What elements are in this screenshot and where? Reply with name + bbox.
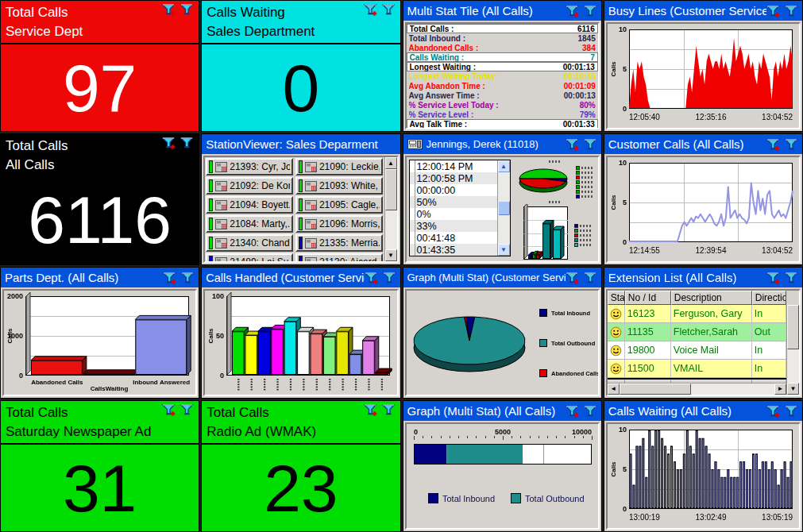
scroll-thumb[interactable] — [498, 201, 510, 215]
filter-icons[interactable] — [566, 272, 597, 284]
filter-icon[interactable] — [584, 5, 597, 17]
filter-add-icon[interactable] — [364, 3, 377, 16]
filter-add-icon[interactable] — [766, 405, 780, 418]
titlebar[interactable]: Multi Stat Tile (All Calls) — [403, 1, 601, 21]
station-button[interactable]: 21090: Leckie,... — [295, 158, 383, 175]
filter-icon[interactable] — [785, 405, 798, 418]
station-button[interactable]: 21092: De Kor... — [206, 177, 293, 195]
filter-icon[interactable] — [383, 272, 396, 284]
extension-vscrollbar[interactable]: ▼ — [786, 305, 799, 395]
filter-icons[interactable] — [163, 272, 195, 284]
extension-hscrollbar[interactable]: ◄ ► — [608, 383, 786, 395]
station-button[interactable]: 21094: Boyett... — [206, 196, 293, 214]
filter-icon[interactable] — [180, 3, 194, 16]
extension-row[interactable]: 19800Voice MailIn — [608, 341, 799, 360]
filter-icons[interactable] — [364, 3, 396, 16]
filter-icons[interactable] — [365, 272, 396, 284]
scroll-up-button[interactable]: ▲ — [498, 160, 510, 172]
tile-total-calls-service-dept[interactable]: Total Calls Service Dept 97 — [0, 0, 199, 132]
tile-multi-stat[interactable]: Multi Stat Tile (All Calls) Total Calls … — [403, 0, 602, 132]
extension-row[interactable]: 11135Fletcher,SarahOut — [608, 323, 799, 341]
station-button[interactable]: 21096: Morris,... — [295, 215, 383, 233]
station-button[interactable]: 21489: Lai,Su... — [206, 253, 293, 263]
tile-graph-multistat-cs[interactable]: Graph (Multi Stat) (Customer Service) — [403, 267, 602, 399]
filter-add-icon[interactable] — [162, 3, 176, 16]
titlebar[interactable]: Graph (Multi Stat) (Customer Service) — [403, 268, 601, 287]
filter-icons[interactable] — [162, 403, 194, 416]
station-button[interactable]: 21335: Merria... — [295, 234, 383, 252]
filter-add-icon[interactable] — [566, 272, 579, 284]
scroll-thumb[interactable] — [787, 305, 799, 349]
station-button[interactable]: 21130: Aicard.... — [295, 253, 383, 263]
scroll-track[interactable] — [498, 215, 510, 244]
column-header[interactable]: Direction — [752, 291, 786, 305]
filter-icon[interactable] — [785, 138, 798, 151]
titlebar[interactable]: Graph (Multi Stat) (All Calls) — [403, 401, 601, 421]
tile-busy-lines[interactable]: Busy Lines (Customer Service) — [604, 0, 803, 132]
filter-icons[interactable] — [566, 405, 597, 418]
scroll-down-button[interactable]: ▼ — [385, 249, 397, 261]
filter-icons[interactable] — [566, 5, 597, 17]
column-header[interactable]: Description — [671, 291, 752, 305]
station-button[interactable]: 21093: White, ... — [295, 177, 383, 195]
filter-icons[interactable] — [766, 138, 798, 151]
filter-icons[interactable] — [162, 3, 194, 16]
titlebar[interactable]: Customer Calls (All Calls) — [604, 134, 802, 154]
titlebar[interactable]: Extension List (All Calls) — [604, 268, 802, 287]
filter-icon[interactable] — [584, 272, 597, 284]
scroll-track[interactable] — [787, 349, 799, 383]
titlebar[interactable]: Calls Handled (Customer Service) — [202, 268, 400, 287]
filter-add-icon[interactable] — [162, 403, 176, 416]
tile-graph-multistat-all[interactable]: Graph (Multi Stat) (All Calls) — [403, 400, 602, 532]
filter-icons[interactable] — [766, 272, 798, 284]
scroll-down-button[interactable]: ▼ — [787, 383, 799, 395]
station-button[interactable]: 21095: Cagle,... — [295, 196, 383, 214]
agent-scrollbar[interactable]: ▲ ▼ — [497, 160, 510, 256]
filter-icon[interactable] — [584, 138, 597, 151]
tile-station-viewer[interactable]: StationViewer: Sales Deparment 21393: Cy… — [201, 133, 400, 265]
filter-add-icon[interactable] — [766, 138, 780, 151]
filter-add-icon[interactable] — [162, 137, 176, 149]
tile-total-calls-radio[interactable]: Total Calls Radio Ad (WMAK) 23 — [201, 400, 400, 532]
filter-add-icon[interactable] — [364, 403, 377, 416]
filter-icon[interactable] — [382, 403, 396, 416]
station-button[interactable]: 21340: Chandl... — [206, 234, 293, 252]
titlebar[interactable]: Calls Waiting (All Calls) — [604, 401, 802, 421]
filter-add-icon[interactable] — [566, 5, 579, 17]
tile-total-calls-newspaper[interactable]: Total Calls Saturday Newspaper Ad 31 — [0, 400, 199, 532]
extension-row[interactable]: 11500VMAILIn — [608, 360, 799, 378]
tile-calls-waiting-chart[interactable]: Calls Waiting (All Calls) — [604, 400, 803, 532]
filter-add-icon[interactable] — [566, 405, 579, 418]
titlebar[interactable]: StationViewer: Sales Deparment — [202, 134, 400, 154]
tile-parts-dept[interactable]: Parts Dept. (All Calls) — [0, 267, 199, 399]
scroll-thumb[interactable] — [385, 169, 397, 210]
scroll-up-button[interactable]: ▲ — [385, 157, 397, 169]
scroll-right-button[interactable]: ► — [774, 384, 786, 395]
titlebar[interactable]: Parts Dept. (All Calls) — [1, 268, 199, 287]
filter-icon[interactable] — [584, 405, 597, 418]
scroll-track[interactable] — [385, 210, 397, 249]
station-scrollbar[interactable]: ▲ ▼ — [384, 157, 397, 261]
filter-icons[interactable] — [766, 5, 798, 17]
filter-icon[interactable] — [382, 3, 396, 16]
extension-row[interactable]: 16123Ferguson, GaryIn — [608, 305, 799, 323]
filter-icons[interactable] — [566, 138, 597, 151]
filter-add-icon[interactable] — [566, 138, 579, 151]
filter-icon[interactable] — [180, 137, 194, 149]
scroll-down-button[interactable]: ▼ — [498, 244, 510, 256]
extension-header[interactable]: StaNo / IdDescriptionDirection — [608, 291, 799, 305]
scroll-left-button[interactable]: ◄ — [608, 384, 620, 395]
tile-calls-waiting-sales[interactable]: Calls Waiting Sales Department 0 — [201, 0, 400, 132]
titlebar[interactable]: Busy Lines (Customer Service) — [604, 1, 802, 21]
filter-icon[interactable] — [785, 5, 798, 17]
tile-extension-list[interactable]: Extension List (All Calls) StaNo / IdDes… — [604, 267, 803, 399]
filter-add-icon[interactable] — [163, 272, 176, 284]
scroll-track[interactable] — [498, 172, 510, 201]
filter-add-icon[interactable] — [365, 272, 378, 284]
filter-icon[interactable] — [181, 272, 195, 284]
tile-total-calls-all[interactable]: Total Calls All Calls 6116 — [0, 133, 199, 265]
tile-calls-handled[interactable]: Calls Handled (Customer Service) — [201, 267, 400, 399]
filter-icon[interactable] — [180, 403, 194, 416]
column-header[interactable]: No / Id — [625, 291, 671, 305]
filter-icons[interactable] — [364, 403, 396, 416]
